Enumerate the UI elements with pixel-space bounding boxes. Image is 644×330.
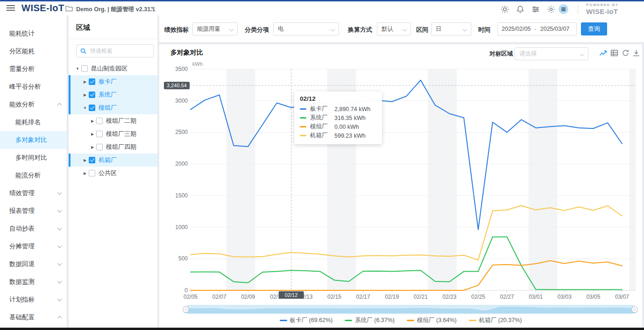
chevron-up-icon <box>57 103 62 108</box>
tree-node-7[interactable]: ▶机箱厂 <box>69 154 157 167</box>
sidebar-item-12[interactable]: 分摊管理 <box>0 238 67 255</box>
svg-text:3000: 3000 <box>175 98 188 104</box>
svg-text:02/12: 02/12 <box>285 292 298 298</box>
sidebar-item-16[interactable]: 基础配置 <box>0 309 67 326</box>
caret-expanded-icon[interactable]: ▼ <box>74 67 81 71</box>
tooltip-series-value: 0.00 kWh <box>334 124 359 130</box>
caret-collapsed-icon[interactable]: ▶ <box>89 145 96 149</box>
svg-text:3,240.54: 3,240.54 <box>167 83 187 88</box>
sidebar-item-6[interactable]: 多对象对比 <box>0 131 67 149</box>
tree-node-5[interactable]: ▶模组厂三期 <box>69 127 157 140</box>
sidebar-item-label: 分摊管理 <box>9 242 35 251</box>
legend-item-2[interactable]: 模组厂 (3.64%) <box>407 316 457 324</box>
interval-label: 区间 <box>416 26 428 34</box>
sidebar-item-1[interactable]: 分区能耗 <box>0 42 67 60</box>
sidebar-item-5[interactable]: 能耗排名 <box>0 113 67 131</box>
sidebar-item-10[interactable]: 报表管理 <box>0 202 67 220</box>
sidebar-item-9[interactable]: 绩效管理 <box>0 184 67 202</box>
legend-label: 模组厂 (3.64%) <box>417 316 457 324</box>
comparison-line-chart[interactable]: 0500100015002000250030003500kWh02/0502/0… <box>159 44 642 328</box>
tooltip-series-value: 599.23 kWh <box>334 133 366 139</box>
sidebar-item-15[interactable]: 计划指标 <box>0 291 67 309</box>
tree-checkbox[interactable] <box>89 157 95 163</box>
caret-collapsed-icon[interactable]: ▶ <box>89 119 96 123</box>
tree-node-8[interactable]: ▶公共区 <box>69 167 157 180</box>
query-button[interactable]: 查询 <box>581 22 607 35</box>
tree-checkbox[interactable] <box>89 91 95 98</box>
region-search[interactable] <box>76 44 154 57</box>
datazoom-left-handle[interactable] <box>183 307 189 313</box>
tree-checkbox[interactable] <box>96 118 103 124</box>
chevron-down-icon <box>57 244 62 248</box>
filter-bar: 绩效指标 能源用量 分类分项 电 换算方式 默认 区间 日 时间 2025/02… <box>159 15 644 42</box>
caret-collapsed-icon[interactable]: ▶ <box>82 93 88 97</box>
tree-node-3[interactable]: ▼模组厂 <box>69 101 157 114</box>
sidebar-item-7[interactable]: 多时间对比 <box>0 149 67 167</box>
notifications-icon[interactable] <box>516 5 524 14</box>
svg-text:500: 500 <box>178 255 188 262</box>
category-select[interactable]: 电 <box>273 22 339 35</box>
tree-node-1[interactable]: ▶板卡厂 <box>69 75 157 88</box>
sidebar-item-11[interactable]: 自动抄表 <box>0 220 67 238</box>
tree-checkbox[interactable] <box>89 170 95 176</box>
tree-node-2[interactable]: ▶系统厂 <box>69 88 157 101</box>
date-range-picker[interactable]: 2025/02/05 - 2025/03/07 <box>497 22 577 35</box>
tooltip-row: 系统厂316.35 kWh <box>300 113 376 122</box>
tooltip-series-name: 板卡厂 <box>310 105 334 113</box>
sidebar-item-14[interactable]: 数据监测 <box>0 273 67 291</box>
caret-expanded-icon[interactable]: ▼ <box>82 106 88 110</box>
region-tree: ▼昆山制造园区▶板卡厂▶系统厂▼模组厂▶模组厂二期▶模组厂三期▶模组厂四期▶机箱… <box>69 62 157 180</box>
caret-collapsed-icon[interactable]: ▶ <box>89 132 96 136</box>
series-color-dash <box>300 108 306 110</box>
sidebar-item-label: 能耗统计 <box>9 29 35 38</box>
sidebar-item-label: 基础配置 <box>9 313 35 322</box>
svg-text:2500: 2500 <box>175 129 188 135</box>
caret-collapsed-icon[interactable]: ▶ <box>82 158 88 162</box>
legend-item-1[interactable]: 系统厂 (6.37%) <box>345 316 395 324</box>
sidebar-item-2[interactable]: 需量分析 <box>0 60 67 78</box>
tree-checkbox[interactable] <box>81 65 88 72</box>
tree-checkbox[interactable] <box>96 131 103 137</box>
gear-icon[interactable] <box>547 5 555 14</box>
conversion-select[interactable]: 默认 <box>377 22 411 35</box>
sidebar-item-4[interactable]: 能效分析 <box>0 96 67 113</box>
app-logo: WISE-IoT <box>21 3 64 14</box>
user-avatar[interactable] <box>559 4 568 14</box>
tooltip-date: 02/12 <box>300 95 376 102</box>
sidebar-item-8[interactable]: 能流分析 <box>0 167 67 184</box>
brightness-icon[interactable] <box>501 5 509 14</box>
tree-checkbox[interactable] <box>89 105 95 111</box>
tree-checkbox[interactable] <box>89 78 95 85</box>
chart-card: 多对象对比 对标区域 请选择 0500100015002000250030003… <box>159 44 642 328</box>
svg-text:1000: 1000 <box>175 224 188 231</box>
tree-node-4[interactable]: ▶模组厂二期 <box>69 114 157 127</box>
caret-collapsed-icon[interactable]: ▶ <box>82 80 88 84</box>
chart-legend: 板卡厂 (69.62%)系统厂 (6.37%)模组厂 (3.64%)机箱厂 (2… <box>159 316 642 324</box>
org-selector[interactable]: Demo Org. | 能源管理 v2.31.1 <box>76 6 156 14</box>
sliders-icon[interactable] <box>531 5 540 14</box>
series-color-dash <box>300 117 306 119</box>
sidebar-item-3[interactable]: 峰平谷分析 <box>0 78 67 96</box>
tree-node-label: 系统厂 <box>99 91 117 99</box>
chevron-down-icon <box>57 208 62 213</box>
legend-item-0[interactable]: 板卡厂 (69.62%) <box>280 316 333 324</box>
kpi-select[interactable]: 能源用量 <box>192 22 238 35</box>
svg-text:02/09: 02/09 <box>241 294 255 300</box>
datazoom-right-handle[interactable] <box>632 307 638 313</box>
tree-checkbox[interactable] <box>96 144 103 150</box>
caret-collapsed-icon[interactable]: ▶ <box>82 171 88 176</box>
sidebar-item-0[interactable]: 能耗统计 <box>0 25 67 42</box>
tree-node-0[interactable]: ▼昆山制造园区 <box>69 62 157 75</box>
region-search-input[interactable] <box>89 47 147 55</box>
tree-node-6[interactable]: ▶模组厂四期 <box>69 140 157 154</box>
datazoom-slider[interactable] <box>183 305 638 314</box>
svg-text:03/03: 03/03 <box>558 294 572 300</box>
sidebar-item-13[interactable]: 数据回退 <box>0 255 67 273</box>
interval-select[interactable]: 日 <box>431 22 471 35</box>
svg-text:02/27: 02/27 <box>500 294 514 300</box>
svg-text:02/19: 02/19 <box>385 294 399 300</box>
svg-text:02/23: 02/23 <box>442 294 456 300</box>
menu-icon[interactable] <box>7 5 15 12</box>
legend-item-3[interactable]: 机箱厂 (20.37%) <box>469 316 522 324</box>
legend-color-dash <box>469 320 476 321</box>
